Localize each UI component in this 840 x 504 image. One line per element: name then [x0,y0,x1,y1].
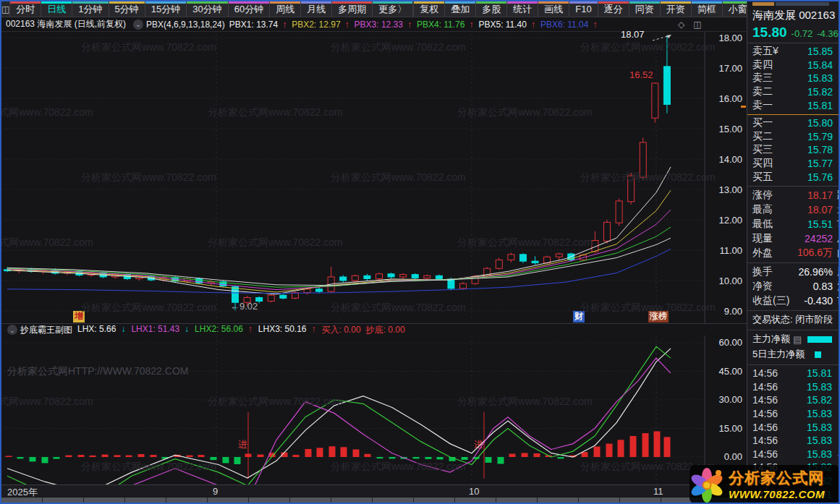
trend-arrow-icon: ↓ [121,324,125,336]
tab-分时[interactable]: 分时 [10,1,41,17]
candle-body [663,67,670,104]
logo-title: 分析家公式网 [729,468,825,488]
corner-icon[interactable]: ◫ [693,20,701,30]
quote-panel-tabs[interactable] [752,2,839,6]
tick-time: 14:56 [752,394,790,406]
current-price-axis-marker [741,106,746,108]
tab-color-strip [187,1,227,4]
collapse-icon[interactable]: ⌄ [7,325,17,335]
button-叠加[interactable]: 叠加 [445,1,476,17]
quote-price: 15.83 [807,72,833,84]
tab-label: 60分钟 [234,3,263,16]
tab-更多〉[interactable]: 更多〉 [373,1,413,17]
button-label: 同资 [635,3,654,16]
button-F10[interactable]: F10 [569,1,598,17]
tab-30分钟[interactable]: 30分钟 [187,1,228,17]
panel-tab-1[interactable] [752,2,774,6]
sub-bar [606,444,613,457]
quote-label: 卖四 [752,59,773,72]
buy-row: 买三15.78 [752,143,839,157]
tick-time: 14:56 [752,422,790,433]
tick-time: 14:56 [752,408,790,419]
tab-color-strip [301,1,331,4]
tab-color-strip [507,1,538,4]
info-label: 收益(三) [752,294,789,307]
info-label: 最低 [752,218,773,231]
formula-label: PBX(4,6,9,13,18,24) [146,20,225,30]
tab-color-strip [629,1,660,4]
main-fund-label: 主力净额 [752,333,790,346]
chevron-down-icon[interactable]: ⌄ [133,20,143,30]
sub-indicator-header: ⌄ 抄底霸王副图 LHX: 5.66↓LHX1: 51.43↓LHX2: 56.… [1,323,747,336]
info-value: 26.96% [799,266,833,278]
event-badge-增[interactable]: 增 [73,311,85,323]
tab-15分钟[interactable]: 15分钟 [145,1,187,17]
buy-row: 买五15.76 [752,170,839,184]
panel-tab-2[interactable] [776,2,829,6]
tab-5分钟[interactable]: 5分钟 [109,1,145,17]
tab-日线[interactable]: 日线 [41,1,72,17]
candle-body [436,276,442,279]
tab-color-strip [72,1,108,4]
window-panel-icon[interactable]: ◫ [1,1,10,17]
quote-info: 涨停18.17跌最高18.07量最低15.51市现量24252总外盘106.6万… [752,188,839,260]
formula-site-logo: 分析家公式网 WWW.70822.COM [690,465,839,503]
candle-body [616,201,622,223]
corner-icon[interactable]: ◇ [678,20,684,30]
tick-row: 14:5615.831 [752,407,839,421]
tab-color-strip [229,1,269,4]
button-逐分[interactable]: 逐分 [598,1,629,17]
ma-line-PBX3 [7,210,671,290]
sell-row: 卖二15.82 [752,85,839,99]
main-fund-row[interactable]: 主力净额 ▤ [752,332,839,347]
tab-label: 1分钟 [78,3,102,16]
candle-body [364,276,370,278]
tab-label: 更多〉 [378,3,407,16]
tab-60分钟[interactable]: 60分钟 [229,1,270,17]
tick-row: 14:5615.82 [752,393,839,407]
clipped-second-column-label: 市 [837,218,839,231]
pbx-value: PBX5: 11.40 [478,20,527,30]
button-统计[interactable]: 统计 [507,1,538,17]
candle-body [460,283,467,289]
event-badge-涨榜[interactable]: 涨榜 [648,311,669,323]
button-同资[interactable]: 同资 [629,1,661,17]
quote-label: 卖二 [752,85,773,98]
candle-body [640,142,646,177]
clipped-second-column-label: 量 [837,203,839,216]
trend-arrow-icon: ↑ [469,20,473,30]
main-fund-5d-row[interactable]: 5日主力净额 [752,347,839,362]
button-开资[interactable]: 开资 [661,1,692,17]
quote-label: 买五 [752,171,773,184]
quote-label: 卖五¥ [752,45,779,58]
button-简框[interactable]: 简框 [692,1,723,17]
tab-color-strip [109,1,145,4]
price-axis-label: 13.00 [706,184,742,195]
button-复权[interactable]: 复权 [414,1,445,17]
button-多股[interactable]: 多股 [476,1,507,17]
sub-bar [305,449,312,457]
price-axis-label: 11.00 [706,245,742,256]
sub-axis-label: 45.00 [706,366,742,377]
tab-周线[interactable]: 周线 [270,1,301,17]
tab-color-strip [445,1,475,4]
button-label: 简框 [697,3,716,16]
info-value: 24252 [805,233,833,244]
sub-indicator-chart[interactable]: 进进 [1,336,747,484]
candle-body [280,295,287,298]
candle-body [400,275,407,277]
info-label: 换手 [752,265,773,278]
button-画线[interactable]: 画线 [538,1,569,17]
candle-body [652,83,658,118]
main-fund-5d-marker [815,351,821,358]
quote-price: 15.76 [807,171,833,183]
sub-bar [618,440,624,457]
lhx-value: LHX2: 56.06 [195,324,243,336]
trend-arrow-icon: ↑ [531,20,535,30]
tab-多周期[interactable]: 多周期 [332,1,373,17]
tab-1分钟[interactable]: 1分钟 [72,1,109,17]
tab-月线[interactable]: 月线 [301,1,332,17]
indicator-corner-icons[interactable]: ◇◫ [678,17,702,32]
event-badge-财[interactable]: 财 [573,311,585,323]
quote-price: 15.79 [807,131,833,142]
